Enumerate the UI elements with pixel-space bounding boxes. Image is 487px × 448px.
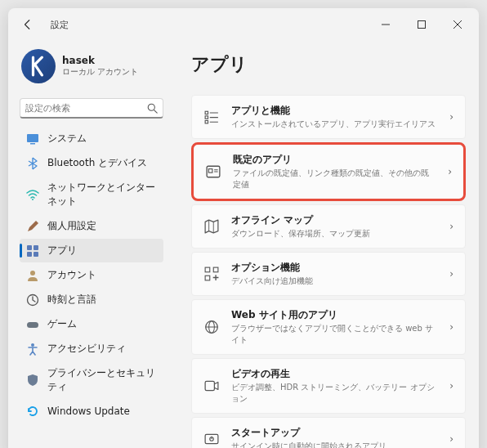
svg-line-3 xyxy=(154,110,157,113)
sidebar-item-accounts[interactable]: アカウント xyxy=(20,263,163,287)
profile-info: hasek ローカル アカウント xyxy=(62,55,138,78)
sidebar-item-network[interactable]: ネットワークとインターネット xyxy=(20,176,163,213)
sidebar-item-personalization[interactable]: 個人用設定 xyxy=(20,214,163,238)
card-offline-maps[interactable]: オフライン マップ ダウンロード、保存場所、マップ更新 › xyxy=(191,204,466,249)
card-startup[interactable]: スタートアップ サインイン時に自動的に開始されるアプリ › xyxy=(191,417,466,448)
card-video-playback[interactable]: ビデオの再生 ビデオ調整、HDR ストリーミング、バッテリー オプション › xyxy=(191,358,466,414)
sidebar-item-privacy[interactable]: プライバシーとセキュリティ xyxy=(20,361,163,399)
svg-rect-29 xyxy=(205,276,210,280)
svg-point-14 xyxy=(31,343,34,347)
card-default-apps[interactable]: 既定のアプリ ファイルの既定値、リンク種類の既定値、その他の既定値 › xyxy=(191,142,466,201)
sidebar-item-bluetooth[interactable]: Bluetooth とデバイス xyxy=(20,151,163,175)
settings-window: 設定 hasek ローカル アカウント xyxy=(8,8,479,448)
card-title: オプション機能 xyxy=(231,261,438,275)
svg-rect-28 xyxy=(213,267,218,272)
card-apps-features[interactable]: アプリと機能 インストールされているアプリ、アプリ実行エイリアス › xyxy=(191,95,466,139)
account-type: ローカル アカウント xyxy=(62,66,138,78)
svg-rect-7 xyxy=(27,245,32,250)
svg-rect-15 xyxy=(205,111,208,114)
bluetooth-icon xyxy=(26,157,39,170)
person-icon xyxy=(26,269,39,282)
minimize-button[interactable] xyxy=(374,13,397,36)
card-text: ビデオの再生 ビデオ調整、HDR ストリーミング、バッテリー オプション xyxy=(231,367,438,405)
svg-point-11 xyxy=(30,271,35,276)
map-icon xyxy=(203,218,220,235)
sidebar-item-label: Bluetooth とデバイス xyxy=(47,156,147,170)
default-apps-icon xyxy=(205,164,221,180)
sidebar-item-accessibility[interactable]: アクセシビリティ xyxy=(20,337,163,361)
sidebar-item-gaming[interactable]: ゲーム xyxy=(20,312,163,336)
card-desc: ブラウザーではなくアプリで開くことができる web サイト xyxy=(231,323,438,346)
svg-rect-17 xyxy=(205,116,208,119)
svg-rect-1 xyxy=(418,21,426,29)
sidebar-item-time-language[interactable]: 時刻と言語 xyxy=(20,288,163,311)
page-title: アプリ xyxy=(191,52,466,77)
svg-rect-5 xyxy=(30,143,35,145)
chevron-right-icon: › xyxy=(448,166,452,177)
svg-rect-27 xyxy=(205,267,210,272)
sidebar-item-label: アカウント xyxy=(47,268,96,282)
card-apps-for-websites[interactable]: Web サイト用のアプリ ブラウザーではなくアプリで開くことができる web サ… xyxy=(191,299,466,355)
close-button[interactable] xyxy=(446,13,469,36)
grid-plus-icon xyxy=(203,266,220,282)
svg-rect-22 xyxy=(208,169,212,173)
card-text: オフライン マップ ダウンロード、保存場所、マップ更新 xyxy=(231,213,438,240)
card-desc: ダウンロード、保存場所、マップ更新 xyxy=(231,228,438,240)
chevron-right-icon: › xyxy=(449,268,453,280)
sidebar-item-label: Windows Update xyxy=(47,405,130,417)
clock-icon xyxy=(26,293,39,307)
sidebar-item-windows-update[interactable]: Windows Update xyxy=(20,400,163,423)
shield-icon xyxy=(26,374,39,387)
sidebar-item-label: 時刻と言語 xyxy=(47,293,96,307)
card-title: 既定のアプリ xyxy=(233,153,436,167)
main-pane: アプリ アプリと機能 インストールされているアプリ、アプリ実行エイリアス › 既… xyxy=(172,38,479,448)
update-icon xyxy=(26,405,39,418)
avatar xyxy=(21,49,56,83)
sidebar-item-label: アプリ xyxy=(47,244,77,258)
brush-icon xyxy=(26,220,39,233)
display-icon xyxy=(26,132,39,146)
svg-point-6 xyxy=(32,199,34,200)
card-desc: ビデオ調整、HDR ストリーミング、バッテリー オプション xyxy=(231,382,438,405)
card-text: スタートアップ サインイン時に自動的に開始されるアプリ xyxy=(231,426,438,448)
gamepad-icon xyxy=(26,318,39,331)
globe-icon xyxy=(203,319,220,335)
maximize-button[interactable] xyxy=(410,13,433,36)
sidebar: hasek ローカル アカウント システム Bluetooth とデバイス xyxy=(8,38,172,448)
sidebar-item-label: アクセシビリティ xyxy=(47,342,126,356)
content-area: hasek ローカル アカウント システム Bluetooth とデバイス xyxy=(8,38,479,448)
search-box[interactable] xyxy=(20,98,163,119)
svg-rect-13 xyxy=(27,322,38,328)
apps-icon xyxy=(26,244,39,258)
nav-list: システム Bluetooth とデバイス ネットワークとインターネット 個人用設… xyxy=(18,127,165,423)
svg-rect-19 xyxy=(205,121,208,123)
back-button[interactable] xyxy=(18,15,38,34)
card-title: ビデオの再生 xyxy=(231,367,438,381)
chevron-right-icon: › xyxy=(449,111,453,123)
chevron-right-icon: › xyxy=(449,221,453,232)
card-text: Web サイト用のアプリ ブラウザーではなくアプリで開くことができる web サ… xyxy=(231,308,438,346)
window-controls xyxy=(374,13,469,36)
chevron-right-icon: › xyxy=(449,321,453,333)
sidebar-item-label: ネットワークとインターネット xyxy=(47,181,157,208)
sidebar-item-apps[interactable]: アプリ xyxy=(20,239,163,262)
search-input[interactable] xyxy=(25,103,146,113)
card-title: スタートアップ xyxy=(231,426,438,440)
sidebar-item-label: プライバシーとセキュリティ xyxy=(47,366,157,394)
profile-block[interactable]: hasek ローカル アカウント xyxy=(18,44,165,95)
svg-rect-4 xyxy=(27,134,38,142)
sidebar-item-label: ゲーム xyxy=(47,317,77,331)
card-text: オプション機能 デバイス向け追加機能 xyxy=(231,261,438,287)
card-optional-features[interactable]: オプション機能 デバイス向け追加機能 › xyxy=(191,252,466,296)
svg-rect-10 xyxy=(34,252,38,257)
svg-rect-8 xyxy=(34,245,38,250)
card-desc: デバイス向け追加機能 xyxy=(231,276,438,287)
card-text: アプリと機能 インストールされているアプリ、アプリ実行エイリアス xyxy=(231,104,438,130)
card-title: アプリと機能 xyxy=(231,104,438,118)
list-icon xyxy=(203,109,220,125)
chevron-right-icon: › xyxy=(449,380,453,392)
card-title: Web サイト用のアプリ xyxy=(231,308,438,322)
sidebar-item-system[interactable]: システム xyxy=(20,127,163,150)
sidebar-item-label: 個人用設定 xyxy=(47,219,96,233)
wifi-icon xyxy=(26,188,39,201)
